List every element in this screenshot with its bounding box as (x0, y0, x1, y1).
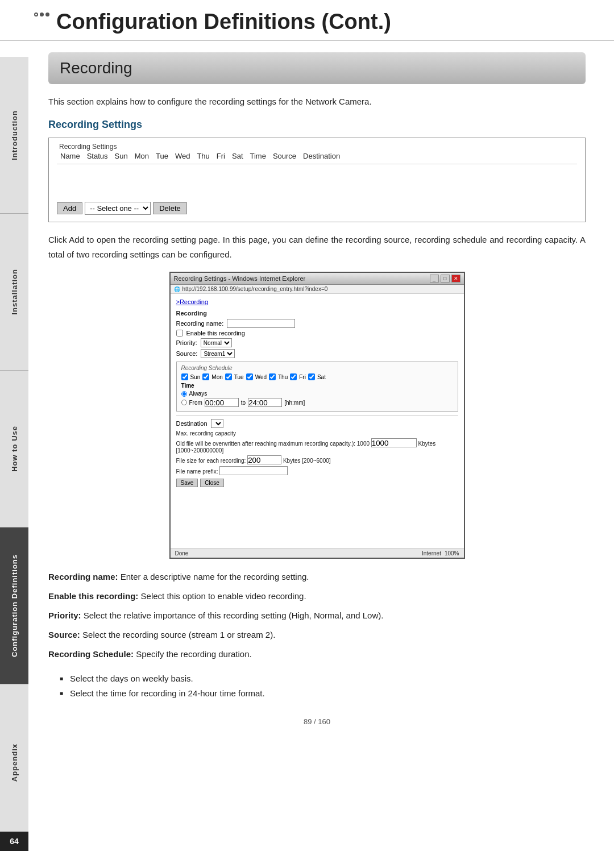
win-day-sun: Sun (190, 374, 201, 380)
win-day-sun-check[interactable] (181, 373, 188, 380)
win-empty-space (176, 487, 458, 544)
bullet-list: Select the days on weekly basis. Select … (60, 671, 586, 700)
desc-label-4: Recording Schedule: (48, 649, 134, 659)
win-enable-label: Enable this recording (186, 330, 245, 337)
win-priority-row: Priority: Normal (176, 338, 458, 347)
desc-item-4: Recording Schedule: Specify the recordin… (48, 647, 586, 661)
win-day-wed: Wed (255, 374, 267, 380)
win-destination-row: Destination (176, 419, 458, 428)
win-overwrite-text: Old file will be overwritten after reach… (176, 438, 458, 454)
win-day-mon: Mon (211, 374, 222, 380)
win-source-select[interactable]: Stream1 (201, 349, 235, 358)
icon-dot-3 (45, 13, 49, 16)
close-button[interactable]: ✕ (451, 275, 460, 283)
window-titlebar: Recording Settings - Windows Internet Ex… (171, 273, 464, 285)
win-day-tue-check[interactable] (225, 373, 232, 380)
desc-item-1: Enable this recording: Select this optio… (48, 589, 586, 603)
col-wed: Wed (172, 151, 194, 161)
win-day-thu-check[interactable] (269, 373, 276, 380)
col-fri: Fri (213, 151, 229, 161)
add-button[interactable]: Add (57, 202, 82, 214)
win-day-fri-check[interactable] (290, 373, 297, 380)
win-fileprefix-input[interactable] (219, 466, 288, 475)
recording-link[interactable]: >Recording (176, 298, 458, 305)
subsection-heading: Recording Settings (48, 119, 586, 131)
page-badge: 64 (0, 832, 28, 851)
win-day-sat-check[interactable] (308, 373, 315, 380)
window-addressbar: 🌐 http://192.168.100.99/setup/recording_… (171, 285, 464, 294)
minimize-button[interactable]: _ (430, 275, 439, 283)
win-always-radio[interactable] (181, 391, 187, 397)
settings-controls: Add -- Select one -- Delete (57, 202, 577, 215)
win-always-label: Always (189, 391, 208, 397)
win-source-row: Source: Stream1 (176, 349, 458, 358)
window-title-text: Recording Settings - Windows Internet Ex… (174, 275, 306, 282)
bullet-item-0: Select the days on weekly basis. (60, 671, 586, 686)
sidebar-tab-configuration[interactable]: Configuration Definitions (0, 528, 28, 684)
col-destination: Destination (300, 151, 343, 161)
win-enable-row: Enable this recording (176, 330, 458, 337)
win-recording-name-row: Recording name: (176, 319, 458, 328)
win-time-label: Time (181, 383, 453, 389)
sidebar-tab-appendix[interactable]: Appendix (0, 684, 28, 841)
desc-text-1: Select this option to enable video recor… (141, 591, 306, 601)
win-overwrite-span: Old file will be overwritten after reach… (176, 441, 370, 447)
win-kbytes2: Kbytes [200~6000] (283, 458, 331, 464)
win-to-input[interactable] (248, 398, 282, 407)
sidebar-tab-installation[interactable]: Installation (0, 214, 28, 371)
fieldset-legend: Recording Settings (57, 143, 577, 151)
desc-item-2: Priority: Select the relative importance… (48, 609, 586, 622)
win-recording-name-label: Recording name: (176, 320, 224, 327)
sidebar-tab-howtouse-label: How to Use (10, 426, 19, 472)
win-statusbar: Done Internet 100% (171, 549, 464, 558)
desc-text-4: Specify the recording duration. (136, 649, 251, 659)
win-save-button[interactable]: Save (176, 479, 198, 487)
win-capacity-input[interactable] (371, 438, 417, 447)
win-priority-select[interactable]: Normal (201, 338, 232, 347)
win-day-wed-check[interactable] (246, 373, 253, 380)
select-one-dropdown[interactable]: -- Select one -- (85, 202, 151, 215)
intro-text: This section explains how to configure t… (48, 94, 586, 109)
win-fileprefix-row: File name prefix: (176, 466, 458, 475)
col-tue: Tue (152, 151, 172, 161)
page-header: Configuration Definitions (Cont.) (0, 0, 614, 41)
win-recording-name-input[interactable] (227, 319, 295, 328)
sidebar-tab-appendix-label: Appendix (10, 744, 19, 782)
win-schedule-legend: Recording Schedule (181, 365, 453, 371)
desc-text-0: Enter a descriptive name for the recordi… (121, 572, 309, 582)
win-schedule-box: Recording Schedule Sun Mon Tue Wed Thu F… (176, 362, 458, 412)
win-priority-label: Priority: (176, 339, 197, 346)
sidebar-tab-howtouse[interactable]: How to Use (0, 371, 28, 528)
screenshot-window: Recording Settings - Windows Internet Ex… (169, 272, 465, 559)
win-from-input[interactable] (205, 398, 239, 407)
desc-text-2: Select the relative importance of this r… (84, 610, 384, 620)
win-enable-checkbox[interactable] (176, 330, 183, 337)
win-filesize-label: File size for each recording: (176, 458, 246, 464)
sidebar-tab-introduction-label: Introduction (10, 110, 19, 160)
win-day-thu: Thu (278, 374, 288, 380)
desc-label-0: Recording name: (48, 572, 118, 582)
desc-list: Recording name: Enter a descriptive name… (48, 570, 586, 661)
win-from-radio[interactable] (181, 400, 187, 405)
win-destination-select[interactable] (211, 419, 223, 428)
address-text: http://192.168.100.99/setup/recording_en… (182, 286, 328, 292)
win-close-button[interactable]: Close (200, 479, 224, 487)
win-filesize-input[interactable] (247, 455, 281, 464)
win-day-fri: Fri (299, 374, 306, 380)
win-save-close-row: Save Close (176, 479, 458, 487)
win-status-right: Internet 100% (422, 550, 459, 556)
sidebar-tab-introduction[interactable]: Introduction (0, 57, 28, 214)
win-max-cap-label: Max. recording capacity (176, 430, 458, 437)
page-footer: 89 / 160 (48, 717, 586, 737)
desc-item-3: Source: Select the recording source (str… (48, 628, 586, 642)
win-source-label: Source: (176, 350, 198, 357)
win-day-mon-check[interactable] (202, 373, 209, 380)
col-name: Name (57, 151, 84, 161)
restore-button[interactable]: □ (441, 275, 450, 283)
page-title: Configuration Definitions (Cont.) (56, 10, 391, 34)
address-icon: 🌐 (174, 286, 180, 292)
page-number: 89 / 160 (304, 717, 330, 726)
icon-dot-1 (34, 13, 38, 16)
delete-button[interactable]: Delete (153, 202, 187, 214)
desc-text-3: Select the recording source (stream 1 or… (82, 630, 275, 639)
